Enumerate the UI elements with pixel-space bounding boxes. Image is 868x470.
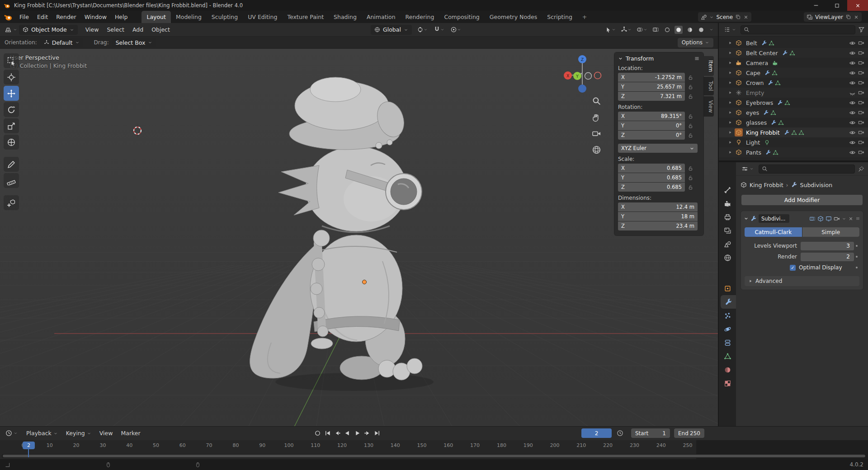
disable-in-renders-toggle[interactable] — [858, 149, 864, 155]
show-render-toggle[interactable] — [834, 216, 840, 222]
outliner-item-camera[interactable]: Camera — [719, 58, 868, 68]
animate-dot[interactable] — [856, 267, 858, 268]
snap-toggle[interactable] — [433, 25, 445, 34]
blender-logo-icon[interactable] — [4, 13, 13, 22]
outliner-item-glasses[interactable]: glasses — [719, 118, 868, 127]
collapse-panel-icon[interactable] — [618, 56, 623, 61]
viewport-menu-view[interactable]: View — [81, 25, 103, 34]
scale-z-field[interactable]: Z0.685 — [618, 183, 685, 192]
workspace-tab-shading[interactable]: Shading — [329, 11, 362, 23]
new-viewlayer-icon[interactable] — [845, 14, 851, 20]
expand-icon[interactable] — [728, 100, 732, 105]
animate-dot[interactable] — [856, 245, 858, 247]
physics-properties-tab[interactable] — [719, 322, 736, 336]
collapse-modifier-icon[interactable] — [744, 216, 749, 221]
frame-start-field[interactable]: Start 1 — [631, 428, 670, 438]
scrollbar-thumb[interactable] — [3, 455, 865, 457]
timeline-menu-keying[interactable]: Keying — [62, 428, 95, 438]
add-modifier-button[interactable]: Add Modifier — [741, 195, 863, 205]
new-scene-icon[interactable] — [735, 14, 741, 20]
object-data-properties-tab[interactable] — [719, 349, 736, 363]
lock-icon[interactable] — [688, 184, 693, 190]
sidebar-tab-tool[interactable]: Tool — [703, 77, 714, 95]
rotation-mode-dropdown[interactable]: XYZ Euler — [618, 144, 698, 153]
timeline-scrollbar[interactable] — [2, 454, 866, 458]
lock-icon[interactable] — [688, 84, 693, 90]
expand-icon[interactable] — [728, 150, 732, 155]
expand-icon[interactable] — [728, 110, 732, 115]
object-properties-tab[interactable] — [719, 282, 736, 295]
viewport-menu-add[interactable]: Add — [128, 25, 147, 34]
advanced-subpanel[interactable]: Advanced — [745, 276, 859, 286]
remove-viewlayer-icon[interactable] — [854, 14, 859, 20]
outliner-item-belt[interactable]: Belt — [719, 38, 868, 48]
hide-in-viewport-toggle[interactable] — [849, 139, 856, 146]
constraints-properties-tab[interactable] — [719, 336, 736, 349]
animate-dot[interactable] — [856, 256, 858, 258]
editor-type-button[interactable] — [3, 24, 19, 35]
simple-button[interactable]: Simple — [802, 227, 860, 237]
texture-properties-tab[interactable] — [719, 376, 736, 390]
annotate-tool-button[interactable] — [4, 157, 19, 172]
mode-dropdown[interactable]: Object Mode — [19, 25, 78, 35]
rotate-tool-button[interactable] — [4, 102, 19, 117]
transform-tool-button[interactable] — [4, 135, 19, 150]
outliner-item-king-frobbit[interactable]: King Frobbit — [719, 127, 868, 137]
workspace-tab-layout[interactable]: Layout — [142, 11, 171, 23]
workspace-tab-uv-editing[interactable]: UV Editing — [243, 11, 282, 23]
output-properties-tab[interactable] — [719, 210, 736, 224]
drag-setting-dropdown[interactable]: Select Box — [112, 38, 156, 47]
dimensions-y-field[interactable]: Y18 m — [618, 212, 698, 221]
scale-tool-button[interactable] — [4, 118, 19, 133]
optimal-display-checkbox[interactable]: ✓ — [790, 265, 796, 271]
render-properties-tab[interactable] — [719, 197, 736, 210]
orientation-setting-dropdown[interactable]: Default — [40, 38, 84, 47]
disable-in-renders-toggle[interactable] — [858, 89, 864, 96]
rotation-y-field[interactable]: Y0° — [618, 121, 685, 130]
outliner-item-empty[interactable]: Empty — [719, 88, 868, 98]
overlays-dropdown[interactable] — [636, 25, 648, 34]
outliner-item-cape[interactable]: Cape — [719, 68, 868, 78]
breadcrumb-modifier[interactable]: Subdivision — [800, 182, 833, 188]
area-corner-icon[interactable] — [5, 462, 10, 468]
options-dropdown[interactable]: Options — [678, 38, 713, 47]
gizmo-neg-z-axis[interactable] — [578, 85, 586, 93]
dimensions-x-field[interactable]: X12.4 m — [618, 202, 698, 212]
pivot-point-dropdown[interactable] — [416, 25, 429, 34]
minimize-button[interactable] — [806, 0, 826, 11]
expand-icon[interactable] — [728, 90, 732, 95]
use-preview-range-toggle[interactable] — [617, 430, 623, 437]
properties-search[interactable] — [759, 164, 855, 174]
disable-in-renders-toggle[interactable] — [858, 129, 864, 136]
disable-in-renders-toggle[interactable] — [858, 119, 864, 126]
hide-in-viewport-toggle[interactable] — [849, 70, 856, 76]
hide-in-viewport-toggle[interactable] — [849, 80, 856, 86]
jump-to-end-button[interactable] — [374, 430, 381, 437]
gizmo-neg-y-axis[interactable] — [585, 73, 592, 80]
expand-icon[interactable] — [728, 130, 732, 135]
expand-icon[interactable] — [728, 41, 732, 45]
expand-icon[interactable] — [728, 70, 732, 75]
workspace-tab-scripting[interactable]: Scripting — [542, 11, 577, 23]
disable-in-renders-toggle[interactable] — [858, 109, 864, 116]
viewport-3d[interactable]: User Perspective (2) Collection | King F… — [0, 49, 718, 426]
measure-tool-button[interactable] — [4, 173, 19, 188]
disable-in-renders-toggle[interactable] — [858, 139, 864, 146]
lock-icon[interactable] — [688, 94, 693, 99]
dimensions-z-field[interactable]: Z23.4 m — [618, 221, 698, 230]
previous-keyframe-button[interactable] — [334, 430, 341, 437]
toggle-ortho-button[interactable] — [590, 144, 602, 155]
lock-icon[interactable] — [688, 75, 693, 80]
world-properties-tab[interactable] — [719, 251, 736, 264]
material-properties-tab[interactable] — [719, 363, 736, 376]
menu-file[interactable]: File — [15, 12, 33, 22]
workspace-tab-sculpting[interactable]: Sculpting — [207, 11, 243, 23]
modifiers-properties-tab[interactable] — [721, 295, 736, 309]
outliner-search-input[interactable] — [752, 27, 852, 33]
cursor-tool-button[interactable] — [4, 70, 19, 85]
outliner-search[interactable] — [741, 25, 855, 34]
panel-menu-icon[interactable] — [694, 56, 700, 61]
viewport-menu-select[interactable]: Select — [103, 25, 128, 34]
disable-in-renders-toggle[interactable] — [858, 80, 864, 86]
expand-icon[interactable] — [728, 61, 732, 65]
